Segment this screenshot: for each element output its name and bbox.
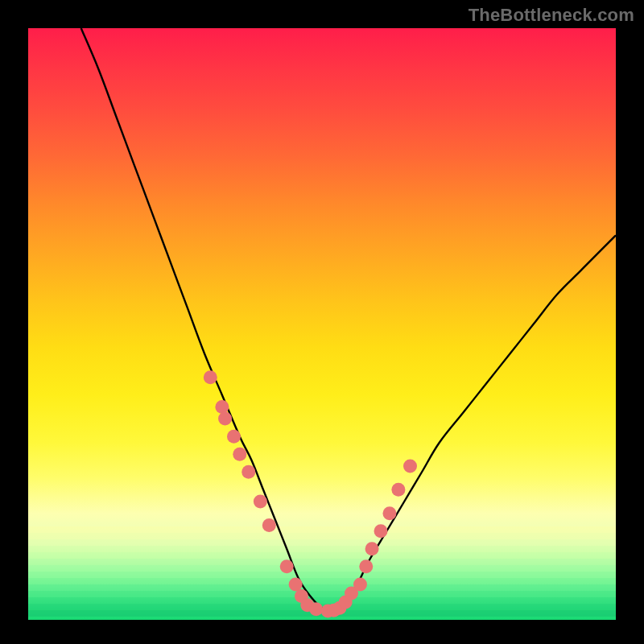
sample-dot: [227, 430, 241, 444]
highlighted-dots: [28, 28, 616, 620]
sample-dot: [353, 577, 367, 591]
sample-dot: [254, 495, 267, 509]
sample-dot: [242, 465, 255, 479]
sample-dot: [374, 524, 388, 538]
dots-group: [204, 370, 417, 617]
sample-dot: [233, 448, 246, 461]
chart-container: TheBottleneck.com: [0, 0, 644, 644]
sample-dot: [204, 370, 217, 384]
sample-dot: [365, 542, 379, 555]
sample-dot: [280, 559, 294, 573]
sample-dot: [215, 400, 229, 414]
sample-dot: [218, 412, 232, 426]
sample-dot: [359, 559, 373, 573]
sample-dot: [403, 459, 417, 473]
plot-area: [28, 28, 616, 620]
sample-dot: [382, 506, 396, 520]
sample-dot: [289, 577, 303, 591]
sample-dot: [262, 518, 276, 532]
attribution-label: TheBottleneck.com: [469, 5, 634, 26]
sample-dot: [391, 483, 405, 497]
sample-dot: [309, 602, 323, 616]
